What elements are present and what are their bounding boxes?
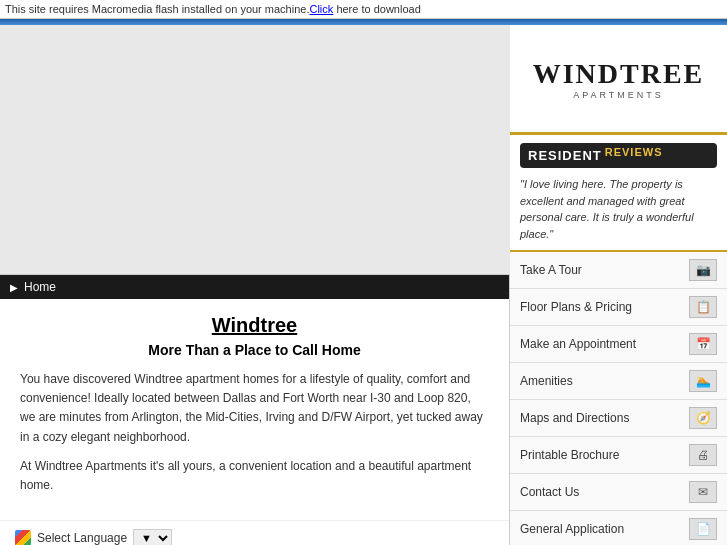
reviews-badge: RESIDENT REVIEWS (520, 143, 717, 168)
nav-label-brochure: Printable Brochure (520, 448, 689, 462)
flash-notice-suffix: here to download (333, 3, 420, 15)
flash-notice-text: This site requires Macromedia flash inst… (5, 3, 309, 15)
nav-item-floorplans[interactable]: Floor Plans & Pricing 📋 (510, 289, 727, 326)
amenities-icon: 🏊 (689, 370, 717, 392)
content-para1: You have discovered Windtree apartment h… (20, 370, 489, 447)
nav-label-floorplans: Floor Plans & Pricing (520, 300, 689, 314)
nav-label-application: General Application (520, 522, 689, 536)
logo-brand: WINDTREE (533, 58, 705, 90)
nav-item-maps[interactable]: Maps and Directions 🧭 (510, 400, 727, 437)
page-title: Windtree (20, 314, 489, 337)
main-wrapper: ▶ Home Windtree More Than a Place to Cal… (0, 25, 727, 545)
flash-notice: This site requires Macromedia flash inst… (0, 0, 727, 19)
page-subtitle: More Than a Place to Call Home (20, 342, 489, 358)
reviews-text: REVIEWS (605, 146, 663, 158)
nav-item-amenities[interactable]: Amenities 🏊 (510, 363, 727, 400)
contact-icon: ✉ (689, 481, 717, 503)
nav-item-application[interactable]: General Application 📄 (510, 511, 727, 545)
calendar-icon: 📅 (689, 333, 717, 355)
nav-item-brochure[interactable]: Printable Brochure 🖨 (510, 437, 727, 474)
nav-item-appointment[interactable]: Make an Appointment 📅 (510, 326, 727, 363)
nav-label-amenities: Amenities (520, 374, 689, 388)
nav-label-maps: Maps and Directions (520, 411, 689, 425)
breadcrumb: ▶ Home (0, 275, 509, 299)
translate-select[interactable]: ▼ (133, 529, 172, 545)
resident-text: RESIDENT (528, 148, 602, 163)
content-area: Windtree More Than a Place to Call Home … (0, 299, 509, 520)
right-col: WINDTREE APARTMENTS RESIDENT REVIEWS "I … (510, 25, 727, 545)
nav-label-contact: Contact Us (520, 485, 689, 499)
flash-download-link[interactable]: Click (309, 3, 333, 15)
logo-area: WINDTREE APARTMENTS (510, 25, 727, 135)
nav-item-tour[interactable]: Take A Tour 📷 (510, 252, 727, 289)
camera-icon: 📷 (689, 259, 717, 281)
logo-sub: APARTMENTS (533, 90, 705, 100)
reviews-area: RESIDENT REVIEWS "I love living here. Th… (510, 135, 727, 252)
breadcrumb-label: Home (24, 280, 56, 294)
content-para2: At Windtree Apartments it's all yours, a… (20, 457, 489, 495)
google-icon (15, 530, 31, 545)
compass-icon: 🧭 (689, 407, 717, 429)
application-icon: 📄 (689, 518, 717, 540)
translate-label: Select Language (37, 531, 127, 545)
nav-item-contact[interactable]: Contact Us ✉ (510, 474, 727, 511)
floorplan-icon: 📋 (689, 296, 717, 318)
nav-label-tour: Take A Tour (520, 263, 689, 277)
translate-bar: Select Language ▼ (0, 520, 509, 545)
left-col: ▶ Home Windtree More Than a Place to Cal… (0, 25, 510, 545)
review-quote: "I love living here. The property is exc… (520, 176, 717, 242)
breadcrumb-arrow: ▶ (10, 282, 18, 293)
print-icon: 🖨 (689, 444, 717, 466)
flash-area (0, 25, 510, 275)
nav-menu: Take A Tour 📷 Floor Plans & Pricing 📋 Ma… (510, 252, 727, 545)
nav-label-appointment: Make an Appointment (520, 337, 689, 351)
